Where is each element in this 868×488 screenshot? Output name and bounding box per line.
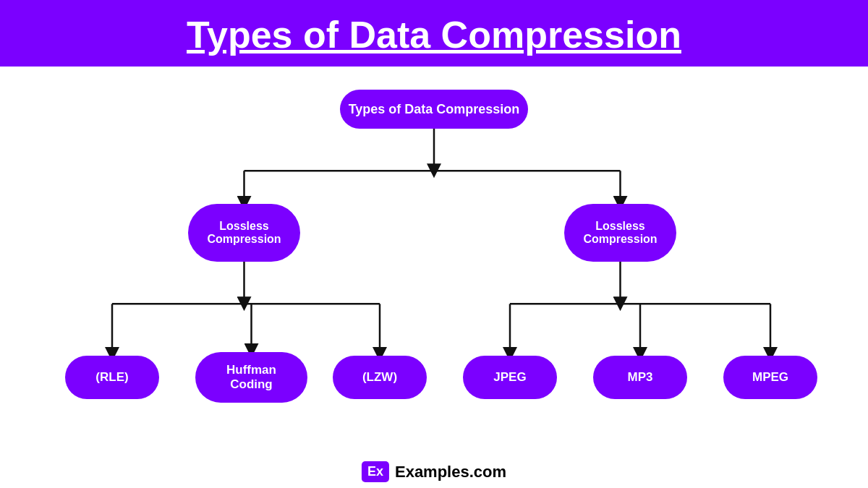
diagram-area: Types of Data Compression LosslessCompre… [0,67,868,488]
node-rle: (RLE) [65,356,159,399]
node-root: Types of Data Compression [340,90,528,129]
page-header: Types of Data Compression [0,0,868,67]
node-huffman: HuffmanCoding [195,352,307,403]
footer-site: Examples.com [395,463,506,481]
footer-logo: Ex [362,461,389,482]
tree-lines [0,67,868,488]
footer: Ex Examples.com [362,461,506,482]
node-jpeg: JPEG [463,356,557,399]
node-lossless: LosslessCompression [188,204,300,262]
node-lossy: LosslessCompression [564,204,676,262]
node-mp3: MP3 [593,356,687,399]
node-lzw: (LZW) [333,356,427,399]
node-mpeg: MPEG [723,356,817,399]
page-title: Types of Data Compression [187,14,681,56]
